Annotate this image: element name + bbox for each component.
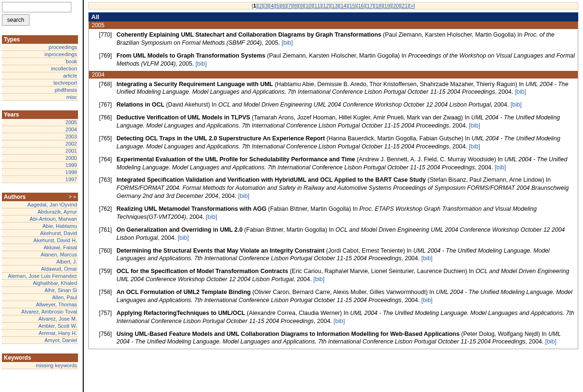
page-link[interactable]: 6	[282, 3, 285, 9]
authors-item[interactable]: Aleman, Jose Luis Fernandez	[2, 273, 78, 280]
page-link[interactable]: 4	[271, 3, 273, 9]
panel-keywords: Keywords missing keywords	[2, 353, 78, 369]
page-link[interactable]: 19	[384, 3, 390, 9]
entry-body: On Generalization and Overriding in UML …	[117, 226, 575, 242]
authors-item[interactable]: Alhir, Sinan Si	[2, 287, 78, 294]
authors-item[interactable]: Albert, J.	[2, 258, 78, 265]
page-link[interactable]: 11	[314, 3, 320, 9]
page-link[interactable]: 21	[402, 3, 408, 9]
search-button[interactable]: search	[2, 14, 29, 26]
years-item[interactable]: 2005	[2, 119, 78, 126]
panel-types: Types proceedingsinproceedingsbookincoll…	[2, 35, 78, 101]
page-link[interactable]: 17	[367, 3, 372, 9]
authors-item[interactable]: Allweyer, Thomas	[2, 301, 78, 308]
bib-link[interactable]: [bib]	[238, 193, 250, 199]
page-link[interactable]: 14	[340, 3, 346, 9]
page-link[interactable]: 15	[350, 3, 355, 9]
types-item[interactable]: article	[2, 72, 78, 79]
page-link[interactable]: 13	[332, 3, 338, 9]
page-link[interactable]: 7	[288, 3, 291, 9]
entry-title[interactable]: Determining the Structural Events that M…	[117, 247, 324, 254]
entry-row: [765]Detecting OCL Traps in the UML 2.0 …	[89, 133, 578, 154]
bib-link[interactable]: [bib]	[495, 164, 506, 171]
years-item[interactable]: 2003	[2, 133, 78, 140]
page-link[interactable]: 16	[358, 3, 364, 9]
authors-item[interactable]: Aldawud, Omar	[2, 265, 78, 273]
years-item[interactable]: 1998	[2, 169, 78, 176]
authors-item[interactable]: Abi-Antoun, Marwan	[2, 216, 78, 223]
page-link[interactable]: 10	[306, 3, 311, 9]
bib-link[interactable]: [bib]	[421, 297, 433, 304]
page-link[interactable]: 5	[276, 3, 279, 9]
years-item[interactable]: 1997	[2, 176, 78, 183]
authors-item[interactable]: Abie, Habtamu	[2, 223, 78, 230]
bib-link[interactable]: [bib]	[334, 318, 345, 324]
types-item[interactable]: phdthesis	[2, 87, 78, 94]
authors-item[interactable]: Alvarez, Ambrosio Toval	[2, 308, 78, 315]
page-next[interactable]: >	[410, 3, 413, 9]
authors-item[interactable]: Ammar, Hany H.	[2, 330, 78, 337]
entry-title[interactable]: On Generalization and Overriding in UML …	[117, 226, 243, 233]
bib-link[interactable]: [bib]	[510, 101, 522, 108]
bib-link[interactable]: [bib]	[206, 214, 217, 220]
entry-title[interactable]: Detecting OCL Traps in the UML 2.0 Super…	[117, 135, 325, 142]
entry-title[interactable]: OCL for the Specification of Model Trans…	[117, 268, 288, 274]
entry-title[interactable]: An OCL Formulation of UML2 Template Bind…	[117, 289, 251, 295]
page-link[interactable]: 18	[376, 3, 381, 9]
bib-link[interactable]: [bib]	[195, 60, 207, 67]
years-item[interactable]: 2001	[2, 147, 78, 155]
entry-body: Applying RefactoringTechniques to UML/OC…	[117, 309, 575, 325]
entry-body: From UML Models to Graph Transformation …	[117, 52, 575, 68]
entry-title[interactable]: Using UML-Based Feature Models and UML C…	[117, 331, 459, 337]
page-link[interactable]: 9	[300, 3, 302, 9]
entry-title[interactable]: Realizing UML Metamodel Transformations …	[117, 206, 266, 212]
entry-title[interactable]: From UML Models to Graph Transformation …	[117, 52, 265, 59]
authors-item[interactable]: Abdurazik, Aynur	[2, 208, 78, 216]
page-link[interactable]: 8	[294, 3, 297, 9]
authors-item[interactable]: Alanen, Marcus	[2, 251, 78, 258]
authors-item[interactable]: Akehurst, David H.	[2, 237, 78, 244]
types-item[interactable]: techreport	[2, 79, 78, 87]
entry-title[interactable]: Applying RefactoringTechniques to UML/OC…	[117, 310, 245, 316]
search-input[interactable]	[2, 2, 71, 12]
years-item[interactable]: 2004	[2, 126, 78, 133]
years-item[interactable]: 2000	[2, 155, 78, 162]
authors-item[interactable]: Allen, Paul	[2, 294, 78, 301]
bib-link[interactable]: [bib]	[469, 143, 480, 150]
authors-item[interactable]: Alghathbar, Khaled	[2, 280, 78, 287]
page-link[interactable]: 12	[323, 3, 329, 9]
page-link[interactable]: 20	[393, 3, 398, 9]
types-item[interactable]: inproceedings	[2, 51, 78, 58]
entry-authors: (Paul Ziemann, Karsten H\olscher, Martin…	[267, 52, 400, 59]
years-item[interactable]: 2002	[2, 140, 78, 147]
bib-link[interactable]: [bib]	[313, 276, 325, 283]
authors-item[interactable]: Akehurst, David	[2, 230, 78, 237]
entry-title[interactable]: Experimental Evaluation of the UML Profi…	[117, 156, 355, 163]
authors-item[interactable]: Akkawi, Faisal	[2, 244, 78, 251]
authors-item[interactable]: Amyot, Daniel	[2, 337, 78, 344]
entry-title[interactable]: Deductive Verification of UML Models in …	[117, 114, 250, 121]
types-item[interactable]: proceedings	[2, 44, 78, 51]
entry-title[interactable]: Coherently Explaining UML Statechart and…	[117, 31, 381, 38]
entry-title[interactable]: Relations in OCL	[117, 101, 165, 108]
keywords-item[interactable]: missing keywords	[2, 362, 78, 369]
entry-title[interactable]: Integrated Specification Validation and …	[117, 176, 426, 183]
page-link[interactable]: 2	[259, 3, 262, 9]
years-item[interactable]: 1999	[2, 162, 78, 169]
authors-item[interactable]: Alvarez, Jose M.	[2, 315, 78, 323]
bib-link[interactable]: [bib]	[515, 88, 526, 95]
types-item[interactable]: misc	[2, 94, 78, 101]
bib-link[interactable]: [bib]	[178, 235, 189, 241]
entry-title[interactable]: Integrating a Security Requirement Langu…	[117, 81, 273, 88]
bib-link[interactable]: [bib]	[282, 39, 293, 46]
bib-link[interactable]: [bib]	[469, 122, 480, 129]
bib-link[interactable]: [bib]	[421, 255, 433, 262]
types-item[interactable]: book	[2, 58, 78, 65]
authors-item[interactable]: Ambler, Scott W.	[2, 323, 78, 330]
authors-nav-next-icon[interactable]: > »	[68, 194, 76, 200]
entry-number: [761]	[92, 226, 117, 242]
authors-item[interactable]: Aagedal, Jan \Oyvind	[2, 201, 78, 208]
types-item[interactable]: incollection	[2, 65, 78, 72]
bib-link[interactable]: [bib]	[545, 338, 557, 345]
page-link[interactable]: 3	[265, 3, 268, 9]
